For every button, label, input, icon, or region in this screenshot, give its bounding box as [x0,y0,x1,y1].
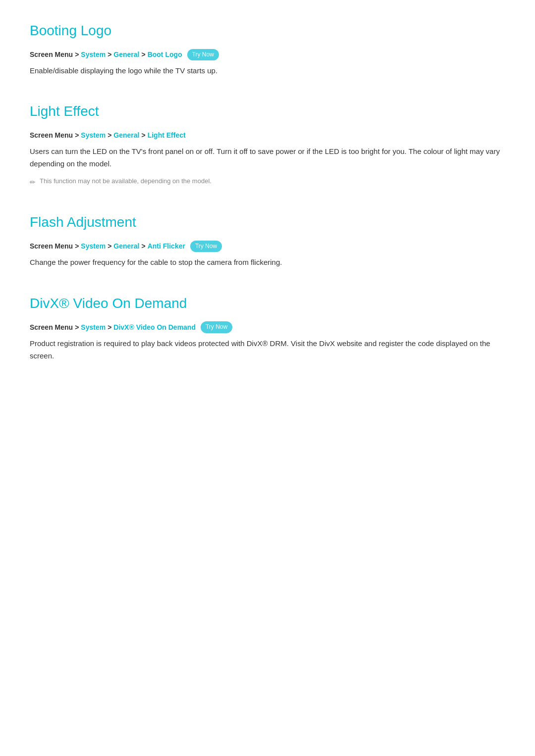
breadcrumb-separator: > [75,130,79,141]
breadcrumb-separator: > [141,241,145,252]
breadcrumb-separator: > [107,130,111,141]
breadcrumb-part-1[interactable]: System [81,241,106,252]
breadcrumb-part-3[interactable]: Light Effect [148,130,186,141]
section-booting-logo: Booting LogoScreen Menu > System > Gener… [30,20,505,77]
breadcrumb-part-2[interactable]: DivX® Video On Demand [113,322,196,333]
breadcrumb-booting-logo: Screen Menu > System > General > Boot Lo… [30,49,505,60]
breadcrumb-part-2[interactable]: General [113,49,139,60]
try-now-badge-divx-vod[interactable]: Try Now [201,321,232,333]
breadcrumb-flash-adjustment: Screen Menu > System > General > Anti Fl… [30,241,505,252]
breadcrumb-part-1[interactable]: System [81,49,106,60]
section-desc-light-effect: Users can turn the LED on the TV's front… [30,145,505,170]
section-title-booting-logo: Booting Logo [30,20,505,42]
breadcrumb-part-1[interactable]: System [81,130,106,141]
try-now-badge-booting-logo[interactable]: Try Now [187,49,219,60]
breadcrumb-part-0: Screen Menu [30,241,73,252]
section-flash-adjustment: Flash AdjustmentScreen Menu > System > G… [30,211,505,268]
section-title-light-effect: Light Effect [30,101,505,123]
section-title-divx-vod: DivX® Video On Demand [30,293,505,315]
breadcrumb-separator: > [75,241,79,252]
breadcrumb-light-effect: Screen Menu > System > General > Light E… [30,130,505,141]
breadcrumb-separator: > [107,322,111,333]
breadcrumb-part-3[interactable]: Anti Flicker [148,241,185,252]
breadcrumb-part-1[interactable]: System [81,322,106,333]
section-divx-vod: DivX® Video On DemandScreen Menu > Syste… [30,293,505,362]
try-now-badge-flash-adjustment[interactable]: Try Now [190,241,222,252]
section-light-effect: Light EffectScreen Menu > System > Gener… [30,101,505,188]
breadcrumb-divx-vod: Screen Menu > System > DivX® Video On De… [30,321,505,333]
breadcrumb-separator: > [107,241,111,252]
breadcrumb-separator: > [141,49,145,60]
section-desc-flash-adjustment: Change the power frequency for the cable… [30,256,505,269]
breadcrumb-part-0: Screen Menu [30,322,73,333]
note-text: This function may not be available, depe… [40,176,212,187]
breadcrumb-separator: > [75,322,79,333]
pencil-icon: ✏ [30,177,36,188]
breadcrumb-separator: > [141,130,145,141]
breadcrumb-part-2[interactable]: General [113,241,139,252]
breadcrumb-part-2[interactable]: General [113,130,139,141]
breadcrumb-part-0: Screen Menu [30,49,73,60]
breadcrumb-separator: > [75,49,79,60]
section-title-flash-adjustment: Flash Adjustment [30,211,505,234]
breadcrumb-separator: > [107,49,111,60]
section-desc-booting-logo: Enable/disable displaying the logo while… [30,64,505,77]
section-desc-divx-vod: Product registration is required to play… [30,337,505,362]
section-note-light-effect: ✏This function may not be available, dep… [30,176,505,188]
breadcrumb-part-3[interactable]: Boot Logo [148,49,182,60]
page-content: Booting LogoScreen Menu > System > Gener… [30,20,505,362]
breadcrumb-part-0: Screen Menu [30,130,73,141]
